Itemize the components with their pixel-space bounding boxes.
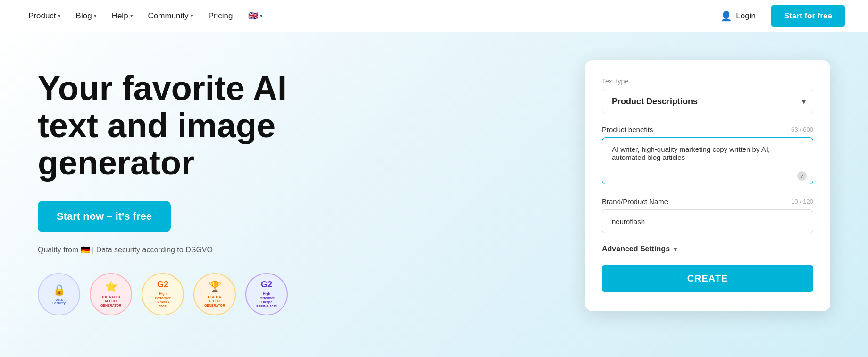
nav-label-product: Product xyxy=(28,11,56,21)
quality-label: Quality from 🇩🇪 | Data security accordin… xyxy=(38,245,213,254)
nav-item-product[interactable]: Product ▾ xyxy=(23,8,67,25)
advanced-settings-label: Advanced Settings xyxy=(602,245,670,253)
text-type-select[interactable]: Product Descriptions Blog Post Ad Copy S… xyxy=(602,89,813,114)
g2-icon: G2 xyxy=(157,280,168,290)
nav-label-community: Community xyxy=(148,11,189,21)
text-type-select-wrapper: Product Descriptions Blog Post Ad Copy S… xyxy=(602,89,813,114)
main-section: Your favorite AI text and image generato… xyxy=(0,32,868,357)
chevron-down-icon: ▾ xyxy=(94,13,97,19)
g2-europe-icon: G2 xyxy=(261,280,272,290)
badges-container: 🔒 DataSecurity ⭐ TOP RATEDAI TEXTGENERAT… xyxy=(38,273,557,315)
login-label: Login xyxy=(736,11,756,21)
product-benefits-label-row: Product benefits 63 / 600 xyxy=(602,125,813,133)
login-button[interactable]: 👤 Login xyxy=(713,7,763,25)
chevron-down-icon: ▾ xyxy=(191,13,193,19)
nav-left: Product ▾ Blog ▾ Help ▾ Community ▾ Pric… xyxy=(23,7,268,25)
badge-high-performer-europe: G2 HighPerformerEuropeSPRING 2023 xyxy=(245,273,288,315)
advanced-settings-toggle[interactable]: Advanced Settings ▾ xyxy=(602,245,813,253)
chevron-down-icon: ▾ xyxy=(674,246,677,253)
generator-card: Text type Product Descriptions Blog Post… xyxy=(585,60,830,311)
hero-left: Your favorite AI text and image generato… xyxy=(38,60,557,315)
product-benefits-label: Product benefits xyxy=(602,125,653,133)
nav-item-help[interactable]: Help ▾ xyxy=(106,8,139,25)
nav-label-pricing: Pricing xyxy=(209,11,233,21)
chevron-down-icon: ▾ xyxy=(58,13,61,19)
text-type-label: Text type xyxy=(602,77,813,85)
nav-label-help: Help xyxy=(112,11,128,21)
badge-leader: 🏆 LEADERAI TEXTGENERATOR xyxy=(193,273,236,315)
nav-item-pricing[interactable]: Pricing xyxy=(203,8,239,25)
start-for-free-button[interactable]: Start for free xyxy=(771,5,845,27)
nav-item-language[interactable]: 🇬🇧 ▾ xyxy=(242,7,268,25)
cta-button[interactable]: Start now – it's free xyxy=(38,201,171,232)
trophy-icon: 🏆 xyxy=(209,281,221,293)
user-icon: 👤 xyxy=(720,10,732,22)
badge-high-performer-spring: G2 HighPerformerSPRING2023 xyxy=(142,273,184,315)
text-type-group: Text type Product Descriptions Blog Post… xyxy=(602,77,813,114)
brand-name-input[interactable] xyxy=(602,209,813,233)
flag-icon: 🇬🇧 xyxy=(248,11,258,21)
nav-item-blog[interactable]: Blog ▾ xyxy=(70,8,102,25)
nav-item-community[interactable]: Community ▾ xyxy=(142,8,199,25)
quality-text: Quality from 🇩🇪 | Data security accordin… xyxy=(38,245,557,254)
brand-name-group: Brand/Product Name 10 / 120 xyxy=(602,198,813,233)
product-benefits-count: 63 / 600 xyxy=(791,126,813,133)
star-icon: ⭐ xyxy=(105,281,117,293)
badge-top-rated: ⭐ TOP RATEDAI TEXTGENERATOR xyxy=(90,273,132,315)
nav-right: 👤 Login Start for free xyxy=(713,5,845,27)
brand-name-label: Brand/Product Name xyxy=(602,198,668,206)
chevron-down-icon: ▾ xyxy=(130,13,133,19)
badge-security: 🔒 DataSecurity xyxy=(38,273,80,315)
product-benefits-input[interactable]: AI writer, high-quality marketing copy w… xyxy=(602,137,813,184)
help-icon[interactable]: ? xyxy=(797,171,807,181)
hero-title: Your favorite AI text and image generato… xyxy=(38,70,321,182)
chevron-down-icon: ▾ xyxy=(260,13,263,19)
navbar: Product ▾ Blog ▾ Help ▾ Community ▾ Pric… xyxy=(0,0,868,32)
product-benefits-group: Product benefits 63 / 600 AI writer, hig… xyxy=(602,125,813,186)
brand-name-label-row: Brand/Product Name 10 / 120 xyxy=(602,198,813,206)
create-button[interactable]: CREATE xyxy=(602,265,813,292)
brand-name-count: 10 / 120 xyxy=(791,198,813,205)
nav-label-blog: Blog xyxy=(76,11,92,21)
lock-icon: 🔒 xyxy=(53,284,66,296)
product-benefits-textarea-wrapper: AI writer, high-quality marketing copy w… xyxy=(602,137,813,186)
